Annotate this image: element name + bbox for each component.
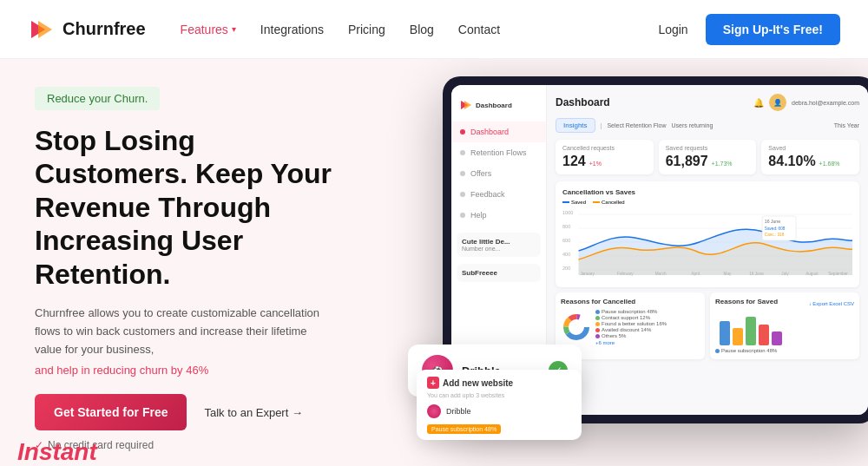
hero-highlight: and help in reducing churn by 46%: [35, 364, 337, 377]
db-nav-help[interactable]: Help: [451, 205, 546, 226]
nav-integrations[interactable]: Integrations: [260, 23, 324, 36]
hero-left: Reduce your Churn. Stop Losing Customers…: [0, 59, 365, 466]
svg-rect-35: [759, 325, 769, 345]
dot-icon: [460, 150, 465, 155]
reasons-row: Reasons for Cancelled: [556, 292, 859, 359]
svg-text:January: January: [580, 272, 595, 276]
legend-saved: Saved: [562, 200, 586, 205]
get-started-button[interactable]: Get Started for Free: [35, 394, 187, 430]
add-website-card: + Add new website You can add upto 3 web…: [417, 370, 582, 440]
bell-icon: 🔔: [753, 98, 764, 108]
logo-icon: [28, 16, 56, 43]
reasons-saved-card: Reasons for Saved ↓ Export Excel CSV Pau: [710, 292, 859, 359]
svg-text:1000: 1000: [562, 210, 573, 215]
db-header: Dashboard 🔔 👤 debra.hol@example.com: [556, 94, 859, 111]
cta-row: Get Started for Free Talk to an Expert →: [35, 394, 337, 430]
svg-text:Canc.: 318: Canc.: 318: [765, 233, 785, 237]
dot-icon: [460, 129, 465, 135]
nav-pricing[interactable]: Pricing: [348, 23, 385, 36]
svg-rect-32: [720, 321, 730, 345]
svg-rect-36: [772, 331, 782, 345]
dot-icon: [460, 171, 465, 176]
reasons-cancelled-title: Reasons for Cancelled: [561, 298, 700, 305]
hero-section: Reduce your Churn. Stop Losing Customers…: [0, 59, 868, 466]
logo[interactable]: Churnfree: [28, 16, 146, 43]
db-logo: Dashboard: [451, 94, 546, 121]
chart-title: Cancellation vs Saves: [562, 188, 852, 196]
nav-features[interactable]: Features ▾: [181, 23, 236, 36]
hero-right: Dashboard Dashboard Retention Flows Offe…: [365, 59, 868, 466]
svg-text:Saved: 608: Saved: 608: [765, 226, 786, 231]
db-mini-card-1: Cute little De... Number one...: [457, 233, 541, 257]
signup-button[interactable]: Sign Up-It's Free!: [706, 14, 840, 45]
chart-area: Cancellation vs Saves Saved Cancelled 10: [556, 181, 859, 287]
db-nav-feedback[interactable]: Feedback: [451, 184, 546, 205]
saved-bar-chart: [715, 312, 785, 347]
svg-text:16 June: 16 June: [749, 272, 764, 276]
nav-links: Features ▾ Integrations Pricing Blog Con…: [181, 23, 659, 36]
svg-text:July: July: [781, 272, 789, 276]
db-nav-retention[interactable]: Retention Flows: [451, 142, 546, 163]
stat-cancelled: Cancelled requests 124 +1%: [556, 140, 654, 174]
db-main: Dashboard 🔔 👤 debra.hol@example.com Insi…: [547, 85, 868, 415]
db-mini-card-2: SubFreeee: [457, 264, 541, 282]
stat-saved-pct: Saved 84.10% +1.68%: [761, 140, 859, 174]
add-website-title: + Add new website: [427, 377, 571, 389]
export-csv[interactable]: ↓ Export Excel CSV: [809, 301, 854, 306]
svg-text:April: April: [691, 272, 699, 276]
svg-text:600: 600: [562, 238, 570, 243]
cancelled-donut: [561, 312, 592, 343]
insights-tab[interactable]: Insights: [556, 118, 595, 133]
dot-icon: [460, 213, 465, 218]
reduce-badge: Reduce your Churn.: [35, 87, 160, 110]
db-logo-icon: [460, 99, 472, 111]
site-logo: [427, 404, 441, 418]
db-title: Dashboard: [556, 96, 610, 108]
stat-saved-requests: Saved requests 61,897 +1.73%: [659, 140, 757, 174]
select-flow-label[interactable]: Select Retention Flow: [607, 122, 666, 128]
chevron-down-icon: ▾: [232, 24, 236, 34]
cancellation-chart: 1000 800 600 400 200: [562, 207, 852, 277]
user-email: debra.hol@example.com: [792, 100, 859, 106]
svg-text:800: 800: [562, 224, 570, 229]
pause-badge: Pause subscription 48%: [427, 424, 501, 434]
user-avatar: 👤: [769, 94, 786, 111]
db-top-bar: Insights | Select Retention Flow Users r…: [556, 118, 859, 133]
svg-text:400: 400: [562, 252, 570, 257]
stats-row: Cancelled requests 124 +1% Saved request…: [556, 140, 859, 174]
svg-rect-33: [733, 328, 743, 345]
svg-text:200: 200: [562, 266, 570, 271]
site-name: Dribble: [446, 407, 471, 416]
hero-description: Churnfree allows you to create customiza…: [35, 305, 337, 358]
dot-icon: [460, 192, 465, 197]
instant-text: Instant: [17, 438, 97, 466]
svg-text:August: August: [806, 272, 819, 276]
svg-text:February: February: [617, 272, 634, 276]
plus-icon[interactable]: +: [427, 377, 439, 389]
navbar: Churnfree Features ▾ Integrations Pricin…: [0, 0, 868, 59]
svg-text:September: September: [828, 272, 848, 276]
reasons-saved-title: Reasons for Saved: [715, 298, 778, 305]
svg-rect-34: [746, 317, 756, 345]
talk-expert-link[interactable]: Talk to an Expert →: [204, 406, 302, 419]
db-nav-dashboard[interactable]: Dashboard: [451, 121, 546, 142]
svg-text:16 June: 16 June: [765, 219, 780, 224]
pause-badge-row: Pause subscription 48%: [427, 424, 571, 433]
nav-login[interactable]: Login: [658, 23, 687, 36]
users-returning-label: Users returning: [672, 122, 713, 128]
nav-right: Login Sign Up-It's Free!: [658, 14, 840, 45]
show-for-label: This Year: [834, 122, 859, 128]
nav-contact[interactable]: Contact: [458, 23, 500, 36]
db-nav-offers[interactable]: Offers: [451, 163, 546, 184]
svg-marker-3: [464, 101, 471, 109]
svg-text:May: May: [724, 272, 732, 276]
svg-marker-1: [38, 21, 52, 38]
add-website-note: You can add upto 3 websites: [427, 392, 571, 398]
view-more-link[interactable]: +6 more: [595, 340, 615, 345]
brand-name: Churnfree: [62, 19, 146, 39]
legend-cancelled: Cancelled: [593, 200, 625, 205]
nav-blog[interactable]: Blog: [410, 23, 434, 36]
svg-text:March: March: [655, 272, 667, 276]
website-item: Dribble: [427, 402, 571, 421]
hero-heading: Stop Losing Customers. Keep Your Revenue…: [35, 124, 337, 291]
